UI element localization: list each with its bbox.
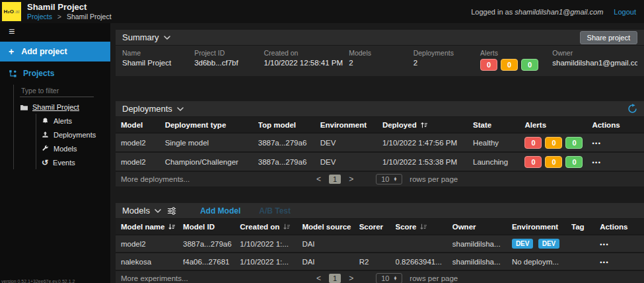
refresh-button[interactable] <box>627 104 637 114</box>
models-table-header: Model name Model ID Created on Model sou… <box>116 219 644 234</box>
models-panel: Models Add Model A/B Test Model name Mod… <box>116 203 644 283</box>
rows-per-page-select[interactable]: 10 ▲▼ <box>376 174 402 184</box>
more-deployments-link[interactable]: More deployments... <box>121 175 316 183</box>
row-actions-button[interactable]: ••• <box>592 140 601 147</box>
alert-badges: 0 0 0 <box>480 59 552 71</box>
refresh-icon <box>627 104 637 114</box>
top-bar: H₂O.ai Shamil Project Projects > Shamil … <box>0 0 644 23</box>
field-value: 1/10/2022 12:58:41 PM <box>264 59 349 67</box>
models-pager: < 1 > <box>316 274 353 283</box>
column-header-label: Score <box>396 223 417 231</box>
h2o-logo[interactable]: H₂O.ai <box>2 2 21 21</box>
logout-link[interactable]: Logout <box>614 8 636 16</box>
summary-field-alerts: Alerts 0 0 0 <box>480 49 552 71</box>
cell-owner: shamildilsha... <box>452 258 512 266</box>
rows-per-page-value: 10 <box>381 175 389 183</box>
prev-page-button[interactable]: < <box>316 274 321 282</box>
tree-children: Alerts Deployments Models ↺ Events <box>36 114 110 169</box>
models-collapse-toggle[interactable]: Models <box>122 206 176 216</box>
spinner: ▲▼ <box>393 276 397 281</box>
column-header-score[interactable]: Score <box>396 223 452 231</box>
breadcrumb-projects-link[interactable]: Projects <box>27 13 52 20</box>
tree-item-alerts[interactable]: Alerts <box>36 114 110 128</box>
alert-badge-green: 0 <box>565 137 583 149</box>
menu-icon[interactable]: ≡ <box>0 23 23 40</box>
field-label: Alerts <box>480 49 552 57</box>
logo-suffix: .ai <box>14 9 19 15</box>
spinner-down-icon[interactable]: ▼ <box>393 179 397 182</box>
next-page-button[interactable]: > <box>349 175 353 183</box>
row-actions-button[interactable]: ••• <box>592 159 601 166</box>
cell-model-name: nalekosa <box>121 258 183 266</box>
alert-badge-green: 0 <box>565 156 583 168</box>
deployments-header: Deployments <box>116 101 644 117</box>
cell-scorer: R2 <box>359 258 396 266</box>
cell-environment: DEV <box>320 139 382 147</box>
sort-desc-icon <box>283 223 291 230</box>
cell-created-on: 1/10/2022 1:... <box>240 240 302 248</box>
summary-collapse-toggle[interactable]: Summary <box>122 32 170 42</box>
sidebar-item-projects[interactable]: Projects <box>0 61 110 81</box>
history-icon: ↺ <box>42 159 48 167</box>
next-page-button[interactable]: > <box>349 274 353 282</box>
sort-desc-icon <box>168 223 176 230</box>
column-header-deployed[interactable]: Deployed <box>382 121 473 129</box>
user-email: shamildilshan1@gmail.com <box>515 8 603 16</box>
main-content: Summary Share project Name Shamil Projec… <box>116 23 644 283</box>
cell-state: Launching <box>473 158 524 166</box>
summary-field-project-id: Project ID 3d6bb...cf7bf <box>194 49 264 71</box>
models-title: Models <box>122 206 150 216</box>
deployments-panel: Deployments Model Deployment type Top mo… <box>116 101 644 186</box>
column-header-alerts: Alerts <box>524 121 592 129</box>
column-header-model-name[interactable]: Model name <box>121 223 183 231</box>
field-label: Project ID <box>194 49 264 57</box>
tree-item-models[interactable]: Models <box>36 142 110 155</box>
more-experiments-link[interactable]: More experiments... <box>121 274 316 282</box>
cell-state: Healthy <box>473 139 524 147</box>
rows-per-page-select[interactable]: 10 ▲▼ <box>376 273 402 283</box>
cell-model-source: DAI <box>302 258 359 266</box>
current-page[interactable]: 1 <box>329 175 341 184</box>
deployments-table-header: Model Deployment type Top model Environm… <box>116 117 644 132</box>
folder-icon <box>20 104 28 111</box>
summary-field-models: Models 2 <box>349 49 413 71</box>
title-block: Shamil Project Projects > Shamil Project <box>27 3 112 21</box>
prev-page-button[interactable]: < <box>316 175 321 183</box>
column-header-environment: Environment <box>320 121 382 129</box>
rows-per-page-label: rows per page <box>410 274 458 282</box>
chevron-down-icon <box>155 209 161 213</box>
deployments-collapse-toggle[interactable]: Deployments <box>122 104 184 114</box>
column-header-tag: Tag <box>571 223 600 231</box>
current-page[interactable]: 1 <box>329 274 341 283</box>
column-header-created-on[interactable]: Created on <box>240 223 302 231</box>
cell-deployed: 1/10/2022 1:47:56 PM <box>382 139 473 147</box>
cell-owner: shamildilsha... <box>452 240 512 248</box>
tree-item-deployments[interactable]: Deployments <box>36 128 110 142</box>
tree-filter-input[interactable] <box>20 85 94 97</box>
cell-model-id: 3887a...279a6 <box>183 240 240 248</box>
models-header: Models Add Model A/B Test <box>116 203 644 219</box>
row-actions-button[interactable]: ••• <box>600 241 609 248</box>
summary-title: Summary <box>122 32 159 42</box>
add-model-button[interactable]: Add Model <box>200 206 240 216</box>
cell-deployment-type: Champion/Challenger <box>165 158 258 166</box>
row-actions-button[interactable]: ••• <box>600 259 609 266</box>
summary-field-created-on: Created on 1/10/2022 12:58:41 PM <box>264 49 349 71</box>
column-header-state: State <box>473 121 524 129</box>
alert-badge-orange: 0 <box>501 59 518 71</box>
ab-test-button[interactable]: A/B Test <box>259 206 291 216</box>
bell-icon <box>42 117 49 124</box>
field-label: Created on <box>264 49 349 57</box>
field-label: Deployments <box>413 49 480 57</box>
cell-model-name: model2 <box>121 240 183 248</box>
share-project-button[interactable]: Share project <box>580 31 637 44</box>
add-project-button[interactable]: + Add project <box>0 42 110 61</box>
spinner-down-icon[interactable]: ▼ <box>393 278 397 281</box>
filter-columns-button[interactable] <box>167 206 176 216</box>
tree-item-events[interactable]: ↺ Events <box>36 155 110 169</box>
tree-item-project[interactable]: Shamil Project <box>14 102 110 114</box>
cell-model: model2 <box>121 158 165 166</box>
env-badge-dev: DEV <box>538 239 560 249</box>
sidebar: ≡ + Add project Projects Shamil Project … <box>0 23 110 283</box>
column-header-owner: Owner <box>452 223 512 231</box>
